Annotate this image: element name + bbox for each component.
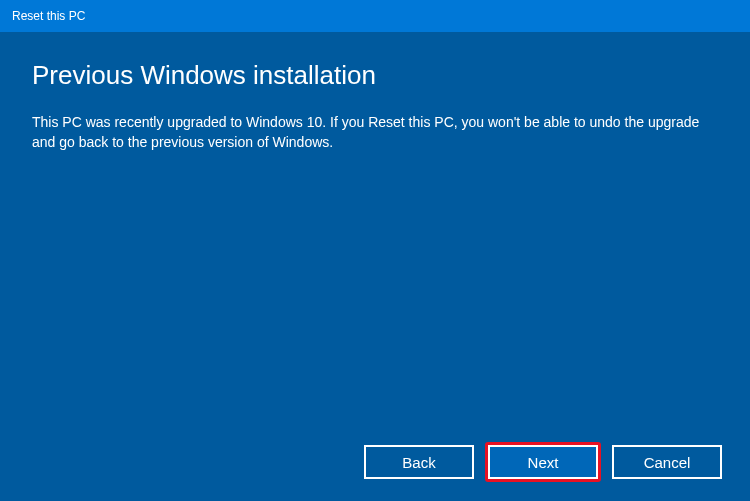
dialog-content: Previous Windows installation This PC wa… xyxy=(0,32,750,152)
titlebar-title: Reset this PC xyxy=(12,9,85,23)
back-button[interactable]: Back xyxy=(364,445,474,479)
page-description: This PC was recently upgraded to Windows… xyxy=(32,113,702,152)
titlebar: Reset this PC xyxy=(0,0,750,32)
dialog-window: Reset this PC Previous Windows installat… xyxy=(0,0,750,501)
next-button[interactable]: Next xyxy=(488,445,598,479)
button-row: Back Next Cancel xyxy=(364,445,722,479)
page-heading: Previous Windows installation xyxy=(32,60,718,91)
cancel-button[interactable]: Cancel xyxy=(612,445,722,479)
